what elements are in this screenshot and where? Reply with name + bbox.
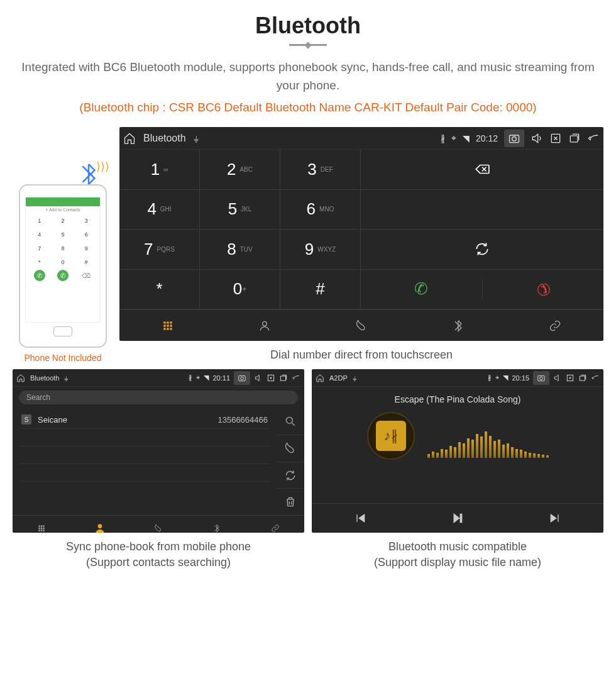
svg-rect-11 [167, 328, 168, 330]
phone-mock-keypad: 123 456 789 *0# [28, 214, 97, 269]
sync-icon[interactable] [277, 462, 304, 489]
home-icon[interactable] [316, 374, 324, 382]
volume-icon[interactable] [254, 374, 263, 382]
svg-rect-29 [538, 375, 545, 380]
sync-button[interactable] [361, 230, 603, 270]
dialer-statusbar: Bluetooth ⏚ ∦ ⌖ ◥ 20:12 [119, 127, 603, 150]
screenshot-icon[interactable] [533, 371, 549, 385]
svg-rect-26 [41, 530, 42, 531]
svg-rect-12 [170, 328, 172, 330]
svg-rect-6 [170, 321, 172, 323]
wifi-icon: ◥ [463, 133, 470, 143]
svg-rect-14 [239, 375, 246, 380]
location-icon: ⌖ [495, 374, 499, 382]
svg-point-15 [241, 377, 244, 380]
tab-contacts[interactable] [71, 516, 129, 533]
clock: 20:11 [212, 374, 230, 382]
svg-rect-23 [41, 528, 42, 529]
recent-apps-icon[interactable] [279, 374, 288, 382]
wifi-icon: ◥ [503, 374, 508, 382]
wifi-icon: ◥ [204, 374, 209, 382]
back-icon[interactable] [591, 374, 600, 382]
back-icon[interactable] [587, 132, 600, 145]
key-1[interactable]: 1∞ [119, 150, 200, 190]
tab-link[interactable] [246, 516, 304, 533]
phonebook-panel: Bluetooth ⏚ ∦ ⌖ ◥ 20:11 S [13, 369, 304, 533]
usb-icon: ⏚ [64, 374, 69, 382]
close-app-icon[interactable] [566, 374, 575, 382]
call-button[interactable]: ✆ [361, 279, 483, 299]
svg-rect-32 [580, 376, 585, 380]
svg-rect-10 [163, 328, 165, 330]
page-title: Bluetooth [13, 13, 603, 39]
backspace-button[interactable] [361, 150, 603, 190]
close-app-icon[interactable] [549, 132, 562, 145]
tab-bluetooth[interactable] [187, 516, 246, 533]
svg-rect-19 [39, 525, 40, 526]
music-bluetooth-icon: ♪∦ [376, 421, 406, 451]
call-icon[interactable] [277, 435, 304, 462]
tab-keypad[interactable] [13, 516, 71, 533]
bluetooth-status-icon: ∦ [189, 374, 192, 382]
key-6[interactable]: 6MNO [280, 190, 361, 230]
key-9[interactable]: 9WXYZ [280, 230, 361, 270]
volume-icon[interactable] [531, 132, 543, 145]
svg-rect-22 [39, 528, 40, 529]
close-app-icon[interactable] [267, 374, 275, 382]
key-0[interactable]: 0+ [200, 270, 280, 310]
tab-bluetooth[interactable] [410, 310, 507, 341]
clock: 20:15 [512, 374, 529, 382]
svg-point-1 [512, 136, 517, 141]
empty-row [361, 190, 603, 230]
play-pause-button[interactable] [409, 504, 507, 533]
tab-contacts[interactable] [216, 310, 313, 341]
next-button[interactable] [506, 504, 603, 533]
contact-row[interactable]: S Seicane 13566664466 [19, 411, 270, 429]
song-title: Escape (The Pina Colada Song) [395, 394, 521, 404]
key-hash[interactable]: # [280, 270, 361, 310]
volume-icon[interactable] [553, 374, 562, 382]
prev-button[interactable] [312, 504, 409, 533]
search-input[interactable]: Search [19, 391, 298, 404]
key-5[interactable]: 5JKL [200, 190, 280, 230]
contact-row-empty [19, 429, 270, 447]
key-2[interactable]: 2ABC [200, 150, 280, 190]
tab-keypad[interactable] [119, 310, 216, 341]
search-icon[interactable] [277, 408, 304, 435]
svg-point-18 [286, 417, 292, 423]
svg-rect-17 [280, 376, 285, 380]
contact-row-empty [19, 482, 270, 499]
svg-rect-21 [43, 525, 45, 526]
tab-recents[interactable] [129, 516, 188, 533]
svg-rect-0 [510, 135, 519, 143]
delete-icon[interactable] [277, 489, 304, 515]
hangup-button[interactable]: ✆ [483, 279, 604, 299]
home-icon[interactable] [123, 132, 136, 145]
svg-point-30 [540, 377, 543, 380]
key-8[interactable]: 8TUV [200, 230, 280, 270]
key-4[interactable]: 4GHI [119, 190, 200, 230]
dialer-panel: Bluetooth ⏚ ∦ ⌖ ◥ 20:12 [119, 127, 603, 341]
tab-link[interactable] [507, 310, 603, 341]
tab-recents[interactable] [313, 310, 410, 341]
key-3[interactable]: 3DEF [280, 150, 361, 190]
screenshot-icon[interactable] [504, 130, 524, 147]
phonebook-caption: Sync phone-book from mobile phone (Suppo… [13, 539, 304, 570]
home-icon[interactable] [16, 374, 25, 382]
location-icon: ⌖ [196, 374, 200, 382]
phone-mockup: + Add to Contacts 123 456 789 *0# ✆ ✆ ⌫ [19, 184, 107, 348]
music-controls [312, 503, 603, 533]
dialer-keypad: 1∞ 2ABC 3DEF 4GHI 5JKL 6MNO 7PQRS 8TUV 9… [119, 150, 361, 309]
recent-apps-icon[interactable] [568, 132, 581, 145]
music-panel: A2DP ⏚ ∦ ⌖ ◥ 20:15 [312, 369, 603, 533]
subtitle: Integrated with BC6 Bluetooth module, su… [13, 58, 603, 94]
back-icon[interactable] [292, 374, 300, 382]
album-art: ♪∦ [367, 412, 415, 460]
contact-number: 13566664466 [217, 415, 268, 425]
key-star[interactable]: * [119, 270, 200, 310]
screenshot-icon[interactable] [234, 371, 250, 385]
contact-badge: S [21, 414, 31, 425]
recent-apps-icon[interactable] [578, 374, 587, 382]
bluetooth-spec-info: (Bluetooth chip : CSR BC6 Default Blueto… [13, 101, 603, 114]
key-7[interactable]: 7PQRS [119, 230, 200, 270]
